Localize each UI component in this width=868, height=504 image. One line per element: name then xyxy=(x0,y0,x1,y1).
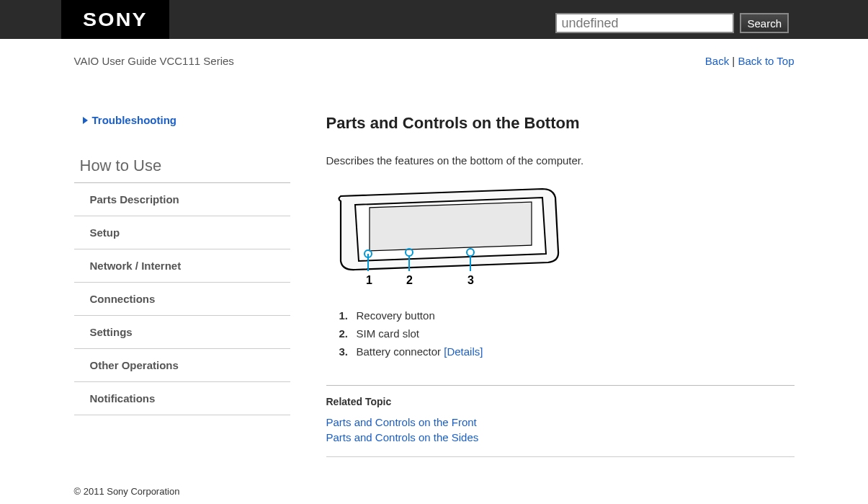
nav-item-connections[interactable]: Connections xyxy=(74,283,290,316)
part-label: Battery connector xyxy=(357,345,444,358)
related-item: Parts and Controls on the Front xyxy=(326,415,795,430)
parts-list: Recovery button SIM card slot Battery co… xyxy=(326,306,795,361)
search-input[interactable] xyxy=(555,13,734,33)
search-area: Search xyxy=(555,13,789,33)
part-label: SIM card slot xyxy=(357,327,420,340)
sidebar: Troubleshooting How to Use Parts Descrip… xyxy=(74,114,290,457)
parts-list-item: SIM card slot xyxy=(339,324,795,342)
sony-logo: SONY xyxy=(83,9,148,31)
intro-text: Describes the features on the bottom of … xyxy=(326,154,795,167)
troubleshooting-label: Troubleshooting xyxy=(92,114,177,126)
back-link[interactable]: Back xyxy=(705,55,729,67)
separator: | xyxy=(729,55,738,67)
related-item: Parts and Controls on the Sides xyxy=(326,430,795,445)
page-title: Parts and Controls on the Bottom xyxy=(326,114,795,133)
sub-header: VAIO User Guide VCC111 Series Back | Bac… xyxy=(74,39,795,74)
nav-list: Parts Description Setup Network / Intern… xyxy=(74,183,290,415)
back-to-top-link[interactable]: Back to Top xyxy=(738,55,794,67)
related-topic-heading: Related Topic xyxy=(326,396,795,407)
nav-item-network-internet[interactable]: Network / Internet xyxy=(74,249,290,283)
svg-text:2: 2 xyxy=(406,274,413,286)
main-row: Troubleshooting How to Use Parts Descrip… xyxy=(74,114,795,457)
troubleshooting-link[interactable]: Troubleshooting xyxy=(74,114,290,126)
parts-list-item: Battery connector [Details] xyxy=(339,342,795,361)
laptop-bottom-illustration-icon: 1 2 3 xyxy=(326,187,564,291)
related-link-front[interactable]: Parts and Controls on the Front xyxy=(326,416,477,428)
logo-box: SONY xyxy=(61,0,169,39)
divider xyxy=(326,385,795,386)
parts-list-item: Recovery button xyxy=(339,306,795,324)
content: Parts and Controls on the Bottom Describ… xyxy=(326,114,795,457)
nav-item-setup[interactable]: Setup xyxy=(74,216,290,249)
related-link-sides[interactable]: Parts and Controls on the Sides xyxy=(326,431,479,443)
footer-copyright: © 2011 Sony Corporation xyxy=(74,486,795,497)
search-button[interactable]: Search xyxy=(740,13,789,33)
howto-heading: How to Use xyxy=(74,156,290,183)
bottom-diagram: 1 2 3 xyxy=(326,187,795,293)
part-label: Recovery button xyxy=(357,309,435,322)
header-bar: SONY Search xyxy=(0,0,868,39)
nav-item-parts-description[interactable]: Parts Description xyxy=(74,183,290,216)
page-container: VAIO User Guide VCC111 Series Back | Bac… xyxy=(74,39,795,504)
back-links: Back | Back to Top xyxy=(705,55,795,67)
svg-text:1: 1 xyxy=(366,274,372,286)
guide-title: VAIO User Guide VCC111 Series xyxy=(74,55,234,67)
arrow-right-icon xyxy=(83,117,88,124)
svg-rect-0 xyxy=(370,202,532,251)
related-list: Parts and Controls on the Front Parts an… xyxy=(326,415,795,445)
nav-item-notifications[interactable]: Notifications xyxy=(74,382,290,415)
nav-item-settings[interactable]: Settings xyxy=(74,316,290,349)
svg-text:3: 3 xyxy=(467,274,474,286)
nav-item-other-operations[interactable]: Other Operations xyxy=(74,349,290,382)
details-link[interactable]: [Details] xyxy=(444,345,483,358)
divider xyxy=(326,456,795,457)
